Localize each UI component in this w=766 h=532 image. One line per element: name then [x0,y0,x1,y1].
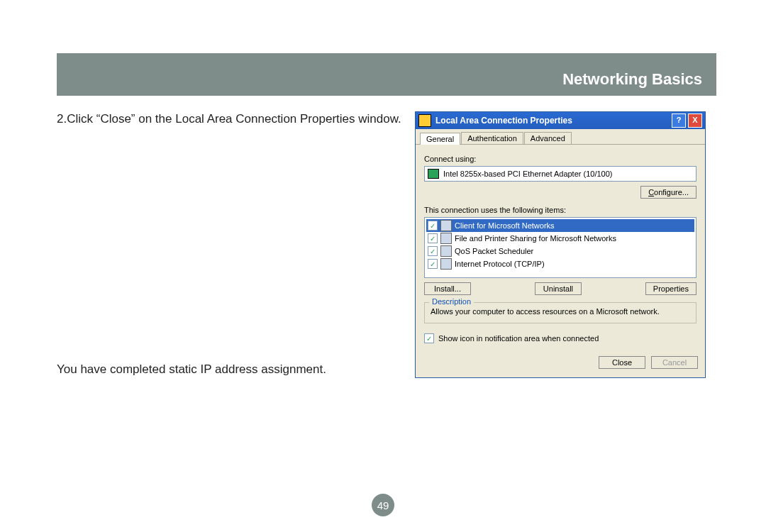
page-number-badge: 49 [372,494,394,516]
checkbox-icon[interactable]: ✓ [428,221,438,231]
items-label: This connection uses the following items… [424,206,696,214]
dialog-titlebar[interactable]: Local Area Connection Properties ? X [416,112,705,129]
tab-general[interactable]: General [420,133,460,145]
section-title: Networking Basics [562,70,702,89]
tab-advanced[interactable]: Advanced [524,132,572,144]
protocol-icon [440,258,452,270]
adapter-name: Intel 8255x-based PCI Ethernet Adapter (… [443,170,613,178]
dialog-title: Local Area Connection Properties [435,116,572,126]
service-icon [440,245,452,257]
window-close-button[interactable]: X [688,113,702,128]
list-item-label: Client for Microsoft Networks [455,221,555,230]
list-item-label: Internet Protocol (TCP/IP) [455,260,545,268]
components-listbox[interactable]: ✓ Client for Microsoft Networks ✓ File a… [424,217,696,278]
list-item-label: File and Printer Sharing for Microsoft N… [455,234,616,243]
properties-button[interactable]: Properties [645,282,696,295]
list-item-label: QoS Packet Scheduler [455,247,533,255]
list-item[interactable]: ✓ QoS Packet Scheduler [426,245,694,257]
show-icon-row[interactable]: ✓ Show icon in notification area when co… [424,333,696,343]
content-area: 2.Click “Close” on the Local Area Connec… [57,111,716,378]
list-item[interactable]: ✓ Client for Microsoft Networks [426,219,694,232]
client-icon [440,220,452,231]
configure-row: Configure... [424,186,696,199]
completion-note: You have completed static IP address ass… [57,362,408,378]
uninstall-button[interactable]: Uninstall [535,282,582,295]
cancel-button: Cancel [651,356,698,369]
checkbox-icon[interactable]: ✓ [424,333,434,343]
tab-authentication[interactable]: Authentication [461,132,523,144]
checkbox-icon[interactable]: ✓ [428,259,438,269]
instruction-step: 2.Click “Close” on the Local Area Connec… [57,111,408,128]
checkbox-icon[interactable]: ✓ [428,246,438,256]
close-button[interactable]: Close [599,356,645,369]
list-item[interactable]: ✓ File and Printer Sharing for Microsoft… [426,232,694,245]
document-page: Networking Basics 2.Click “Close” on the… [57,53,716,378]
network-icon [418,114,431,127]
page-number: 49 [377,499,389,511]
adapter-field: Intel 8255x-based PCI Ethernet Adapter (… [424,166,696,182]
instruction-column: 2.Click “Close” on the Local Area Connec… [57,111,415,378]
dialog-footer: Close Cancel [416,348,705,377]
screenshot-column: Local Area Connection Properties ? X Gen… [415,111,706,378]
tab-strip: General Authentication Advanced [416,129,705,145]
show-icon-label: Show icon in notification area when conn… [438,334,599,343]
help-button[interactable]: ? [672,113,686,128]
description-group: Description Allows your computer to acce… [424,302,696,323]
section-header: Networking Basics [57,53,716,96]
dialog-body: Connect using: Intel 8255x-based PCI Eth… [416,145,705,348]
component-buttons: Install... Uninstall Properties [424,282,696,295]
configure-button[interactable]: Configure... [640,186,696,199]
connect-using-label: Connect using: [424,155,696,163]
description-legend: Description [429,297,474,306]
checkbox-icon[interactable]: ✓ [428,233,438,243]
install-button[interactable]: Install... [424,282,471,295]
adapter-icon [428,169,439,179]
list-item[interactable]: ✓ Internet Protocol (TCP/IP) [426,257,694,270]
service-icon [440,233,452,244]
properties-dialog: Local Area Connection Properties ? X Gen… [415,111,706,378]
description-text: Allows your computer to access resources… [431,307,690,316]
